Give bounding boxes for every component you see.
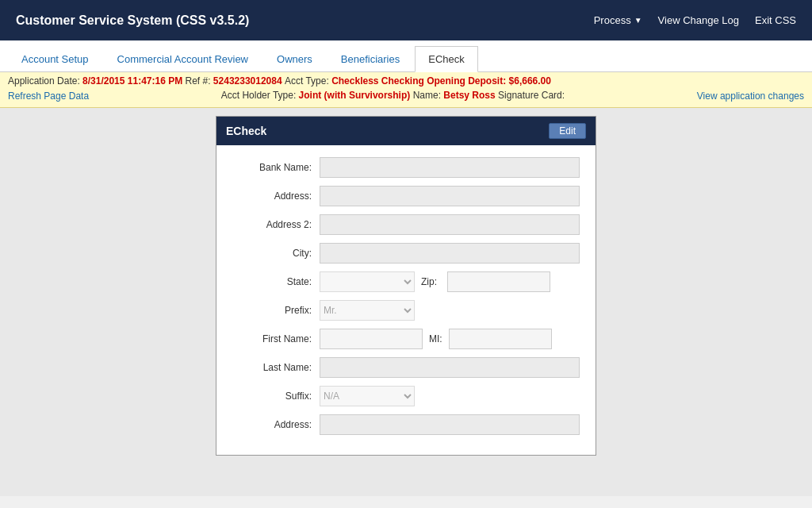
- address2-row: Address 2:: [232, 214, 580, 235]
- suffix-select[interactable]: N/A Jr. Sr. II III: [320, 386, 415, 406]
- echeck-form: Bank Name: Address: Address 2: City: Sta…: [216, 145, 596, 455]
- state-zip-row: State: Zip:: [232, 271, 580, 292]
- address2-input[interactable]: [320, 214, 580, 235]
- application-date-label: Application Date: [8, 75, 77, 87]
- acct-holder-label: Acct Holder Type:: [221, 90, 297, 101]
- state-label: State:: [232, 276, 320, 287]
- city-label: City:: [232, 248, 320, 259]
- app-header: Customer Service System (CSS v3.5.2) Pro…: [0, 0, 812, 40]
- zip-label: Zip:: [421, 276, 441, 287]
- edit-button[interactable]: Edit: [549, 123, 586, 139]
- firstname-mi-row: First Name: MI:: [232, 329, 580, 349]
- address-bottom-label: Address:: [232, 419, 320, 430]
- mi-label: MI:: [423, 333, 449, 344]
- name-value: Betsy Ross: [443, 90, 495, 101]
- last-name-row: Last Name:: [232, 357, 580, 378]
- bank-name-input[interactable]: [320, 157, 580, 178]
- first-name-input[interactable]: [320, 329, 423, 349]
- name-label: Name:: [413, 90, 441, 101]
- state-zip-fields: Zip:: [320, 271, 550, 292]
- refresh-page-data-link[interactable]: Refresh Page Data: [8, 90, 89, 102]
- address2-label: Address 2:: [232, 219, 320, 230]
- main-content: ECheck Edit Bank Name: Address: Address …: [0, 108, 812, 496]
- bank-name-row: Bank Name:: [232, 157, 580, 178]
- app-title: Customer Service System (CSS v3.5.2): [16, 13, 249, 28]
- application-date-value: 8/31/2015 11:47:16 PM: [82, 75, 182, 87]
- tab-bar: Account Setup Commercial Account Review …: [0, 40, 812, 72]
- exit-css-link[interactable]: Exit CSS: [755, 14, 796, 26]
- prefix-label: Prefix:: [232, 305, 320, 316]
- tab-beneficiaries[interactable]: Beneficiaries: [327, 46, 413, 71]
- tab-account-setup[interactable]: Account Setup: [8, 46, 102, 71]
- address-bottom-row: Address:: [232, 414, 580, 435]
- tab-owners[interactable]: Owners: [263, 46, 326, 71]
- echeck-panel: ECheck Edit Bank Name: Address: Address …: [216, 116, 596, 456]
- suffix-label: Suffix:: [232, 391, 320, 402]
- echeck-title: ECheck: [226, 125, 266, 137]
- bank-name-label: Bank Name:: [232, 162, 320, 173]
- prefix-row: Prefix: Mr. Mrs. Ms. Dr.: [232, 300, 580, 321]
- signature-label: Signature Card:: [498, 90, 565, 101]
- suffix-row: Suffix: N/A Jr. Sr. II III: [232, 386, 580, 406]
- view-change-log-link[interactable]: View Change Log: [658, 14, 739, 26]
- address-label: Address:: [232, 190, 320, 202]
- info-row-2: Acct Holder Type: Joint (with Survivorsh…: [221, 90, 565, 101]
- header-nav: Process View Change Log Exit CSS: [594, 14, 796, 26]
- tab-echeck[interactable]: ECheck: [415, 46, 478, 72]
- address-row: Address:: [232, 186, 580, 206]
- ref-value: 5243233012084: [213, 75, 282, 87]
- toolbar-row: Refresh Page Data Acct Holder Type: Join…: [8, 88, 804, 104]
- city-row: City:: [232, 243, 580, 264]
- mi-input[interactable]: [449, 329, 552, 349]
- info-bar: Application Date : 8/31/2015 11:47:16 PM…: [0, 72, 812, 108]
- address-bottom-input[interactable]: [320, 414, 580, 435]
- info-row-1: Application Date : 8/31/2015 11:47:16 PM…: [8, 75, 804, 87]
- deposit-value: $6,666.00: [509, 75, 551, 87]
- acct-type-label: Acct Type:: [285, 75, 329, 87]
- tab-commercial-account-review[interactable]: Commercial Account Review: [104, 46, 262, 71]
- acct-type-value: Checkless Checking Opening Deposit:: [331, 75, 506, 87]
- process-button[interactable]: Process: [594, 14, 642, 26]
- state-select[interactable]: [320, 271, 415, 292]
- first-name-label: First Name:: [232, 333, 320, 344]
- acct-holder-value: Joint (with Survivorship): [299, 90, 411, 101]
- last-name-label: Last Name:: [232, 362, 320, 373]
- last-name-input[interactable]: [320, 357, 580, 378]
- echeck-header: ECheck Edit: [216, 117, 596, 145]
- prefix-select[interactable]: Mr. Mrs. Ms. Dr.: [320, 300, 415, 321]
- city-input[interactable]: [320, 243, 580, 264]
- view-application-changes-link[interactable]: View application changes: [697, 90, 804, 102]
- address-input[interactable]: [320, 186, 580, 206]
- zip-input[interactable]: [447, 271, 550, 292]
- ref-label: Ref #:: [186, 75, 211, 87]
